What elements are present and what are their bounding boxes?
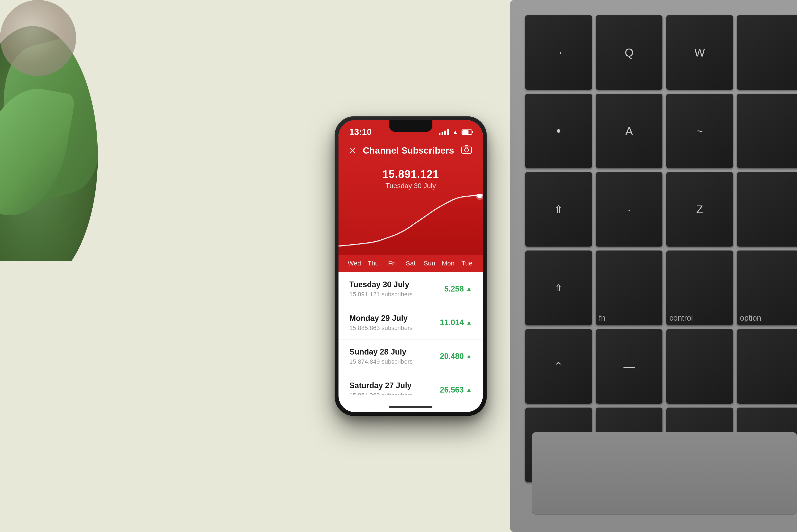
day-label-sat: Sat	[401, 260, 420, 267]
key-fn[interactable]: fn	[596, 250, 663, 325]
list-item-value-3: 26.563	[440, 385, 464, 395]
home-indicator	[389, 406, 432, 408]
day-label-fri: Fri	[383, 260, 401, 267]
day-labels: Wed Thu Fri Sat Sun Mon Tue	[339, 255, 483, 272]
key-w[interactable]: W	[666, 15, 733, 90]
key-dot[interactable]: •	[525, 94, 592, 168]
data-list[interactable]: Tuesday 30 July 15.891.121 subscribers 5…	[339, 272, 483, 395]
list-item-sub-3: 15.854.369 subscribers	[349, 392, 413, 395]
list-item-right-0: 5.258 ▲	[444, 284, 472, 293]
trend-icon-3: ▲	[466, 386, 472, 394]
trend-icon-1: ▲	[466, 319, 472, 326]
list-item-sub-0: 15.891.121 subscribers	[349, 291, 413, 298]
key-tilde[interactable]: ~	[666, 94, 733, 168]
key-blank-5[interactable]	[737, 329, 797, 404]
list-item-right-1: 11.014 ▲	[440, 318, 472, 327]
trend-icon-0: ▲	[466, 285, 472, 292]
day-label-sun: Sun	[420, 260, 439, 267]
rock-decoration	[0, 0, 76, 76]
list-item[interactable]: Monday 29 July 15.885.863 subscribers 11…	[339, 306, 483, 340]
list-item-right-3: 26.563 ▲	[440, 385, 472, 395]
key-blank-3[interactable]	[737, 172, 797, 247]
keyboard-grid: → Q W • A ~ ⇧ · Z ⇧ fn control option ⌃ …	[519, 9, 797, 489]
app-title: Channel Subscribers	[363, 145, 454, 156]
camera-button[interactable]	[461, 145, 472, 156]
key-chevron-up[interactable]: ⌃	[525, 329, 592, 404]
list-item-left-0: Tuesday 30 July 15.891.121 subscribers	[349, 280, 413, 298]
list-item-title-3: Saturday 27 July	[349, 381, 413, 390]
chart-area: 15.891.121 Tuesday 30 July	[339, 162, 483, 255]
chart-svg	[339, 194, 483, 255]
key-middle-dot[interactable]: ·	[596, 172, 663, 247]
chart-header: 15.891.121 Tuesday 30 July	[339, 162, 483, 194]
plant-leaf-2	[0, 81, 76, 224]
day-label-mon: Mon	[439, 260, 457, 267]
close-button[interactable]: ×	[349, 144, 356, 157]
keyboard-area: → Q W • A ~ ⇧ · Z ⇧ fn control option ⌃ …	[510, 0, 797, 532]
list-item-left-2: Sunday 28 July 15.874.849 subscribers	[349, 347, 413, 365]
key-shift-up[interactable]: ⇧	[525, 172, 592, 247]
chart-value: 15.891.121	[339, 168, 483, 180]
wifi-icon: ▲	[452, 128, 458, 136]
phone-screen: 13:10 ▲ × Channel Subscri	[339, 120, 483, 412]
phone-frame: 13:10 ▲ × Channel Subscri	[334, 116, 487, 416]
key-z[interactable]: Z	[666, 172, 733, 247]
status-time: 13:10	[349, 127, 372, 137]
list-item-sub-1: 15.885.863 subscribers	[349, 325, 413, 331]
signal-icon	[439, 129, 449, 135]
day-label-thu: Thu	[364, 260, 382, 267]
svg-rect-0	[461, 147, 472, 153]
list-item-value-1: 11.014	[440, 318, 464, 327]
list-item-sub-2: 15.874.849 subscribers	[349, 358, 413, 365]
phone-container: 13:10 ▲ × Channel Subscri	[334, 116, 487, 416]
key-option[interactable]: option	[737, 250, 797, 325]
key-blank-4[interactable]	[666, 329, 733, 404]
list-item-value-2: 20.480	[440, 352, 464, 361]
key-a[interactable]: A	[596, 94, 663, 168]
list-item[interactable]: Saturday 27 July 15.854.369 subscribers …	[339, 373, 483, 395]
list-item-left-1: Monday 29 July 15.885.863 subscribers	[349, 314, 413, 331]
key-blank-1[interactable]	[737, 15, 797, 90]
list-item-title-2: Sunday 28 July	[349, 347, 413, 357]
status-icons: ▲	[439, 128, 472, 136]
key-arrow-right[interactable]: →	[525, 15, 592, 90]
key-shift[interactable]: ⇧	[525, 250, 592, 325]
laptop: → Q W • A ~ ⇧ · Z ⇧ fn control option ⌃ …	[506, 0, 797, 532]
trend-icon-2: ▲	[466, 353, 472, 360]
list-item-value-0: 5.258	[444, 284, 464, 293]
phone-notch	[389, 120, 432, 132]
key-q[interactable]: Q	[596, 15, 663, 90]
list-item-right-2: 20.480 ▲	[440, 352, 472, 361]
list-item[interactable]: Tuesday 30 July 15.891.121 subscribers 5…	[339, 272, 483, 306]
list-item-title-0: Tuesday 30 July	[349, 280, 413, 289]
day-label-tue: Tue	[458, 260, 476, 267]
chart-date: Tuesday 30 July	[339, 182, 483, 190]
key-backslash[interactable]: —	[596, 329, 663, 404]
day-label-wed: Wed	[345, 260, 364, 267]
app-header: × Channel Subscribers	[339, 140, 483, 162]
trackpad[interactable]	[532, 432, 797, 515]
list-item-title-1: Monday 29 July	[349, 314, 413, 323]
key-control[interactable]: control	[666, 250, 733, 325]
list-item[interactable]: Sunday 28 July 15.874.849 subscribers 20…	[339, 340, 483, 373]
list-item-left-3: Saturday 27 July 15.854.369 subscribers	[349, 381, 413, 395]
battery-icon	[461, 130, 472, 135]
key-blank-2[interactable]	[737, 94, 797, 168]
svg-point-1	[465, 148, 469, 152]
